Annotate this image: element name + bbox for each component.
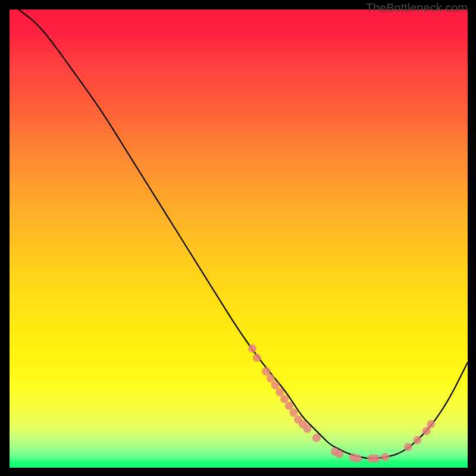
data-marker [248,345,256,353]
data-marker [372,455,380,463]
data-marker [289,409,298,417]
data-marker [280,395,289,403]
data-marker [267,374,275,383]
data-marker [312,434,321,442]
curve-line [18,10,468,459]
data-marker [335,450,343,458]
data-marker [422,427,431,435]
data-marker [381,453,389,461]
data-marker [253,353,261,362]
watermark-text: TheBottleneck.com [366,1,468,15]
data-marker [303,425,312,433]
markers-group [248,345,435,463]
data-marker [427,420,435,428]
chart-svg [10,10,468,468]
data-marker [275,388,284,396]
data-marker [285,402,293,410]
data-marker [271,381,280,389]
data-marker [262,367,270,375]
data-marker [353,455,362,463]
data-marker [404,443,412,451]
data-marker [413,436,421,444]
